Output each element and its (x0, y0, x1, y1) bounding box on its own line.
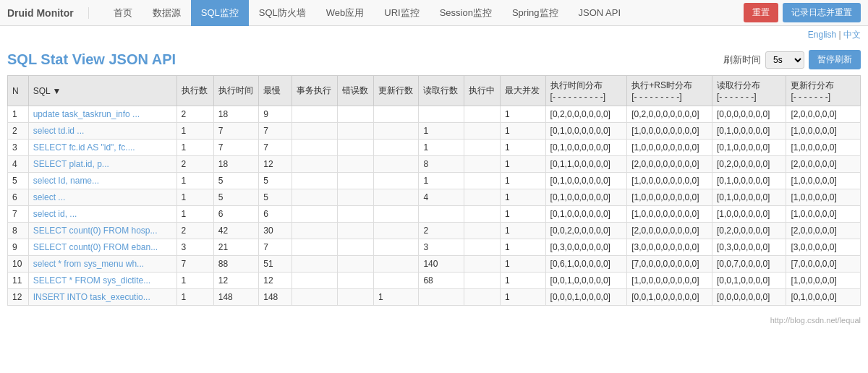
cell-read_rows: 1 (419, 123, 464, 140)
col-n: N (8, 76, 29, 106)
cell-update_row_dist: [3,0,0,0,0,0] (786, 239, 861, 256)
cell-sql[interactable]: select td.id ... (28, 123, 176, 140)
log-reset-button[interactable]: 记录日志并重置 (783, 3, 861, 22)
cell-exec_time_dist: [0,6,1,0,0,0,0,0] (545, 256, 627, 273)
nav-link-JSON API[interactable]: JSON API (569, 0, 631, 26)
cell-error_count (337, 156, 373, 173)
cell-exec_time: 18 (213, 106, 258, 123)
cell-exec_time: 5 (213, 189, 258, 206)
sql-link[interactable]: select ... (33, 192, 66, 202)
cell-slowest: 7 (259, 239, 292, 256)
cell-read_rows: 68 (419, 273, 464, 289)
cell-read_row_dist: [0,2,0,0,0,0,0] (712, 223, 786, 239)
table-row: 5select Id, name...15511[0,1,0,0,0,0,0,0… (8, 173, 861, 189)
cell-read_rows: 4 (419, 189, 464, 206)
cell-sql[interactable]: select id, ... (28, 206, 176, 223)
cell-sql[interactable]: select ... (28, 189, 176, 206)
cell-tx_exec (292, 173, 337, 189)
cell-tx_exec (292, 256, 337, 273)
cell-sql[interactable]: SELECT count(0) FROM eban... (28, 239, 176, 256)
reset-button[interactable]: 重置 (744, 3, 778, 22)
cell-read_row_dist: [0,0,0,0,0,0,0] (712, 106, 786, 123)
cell-n: 10 (8, 256, 29, 273)
cell-in_exec (464, 156, 500, 173)
nav-link-Web应用[interactable]: Web应用 (316, 0, 375, 26)
cell-update_row_dist: [1,0,0,0,0,0] (786, 123, 861, 140)
cell-sql[interactable]: SELECT fc.id AS "id", fc.... (28, 140, 176, 156)
cell-update_rows (373, 173, 418, 189)
cell-max_concurrent: 1 (501, 206, 545, 223)
refresh-select[interactable]: 5s10s30s60soff (765, 51, 804, 69)
cell-update_rows (373, 123, 418, 140)
cell-exec_count: 1 (176, 273, 213, 289)
pause-button[interactable]: 暂停刷新 (809, 50, 861, 69)
table-row: 8SELECT count(0) FROM hosp...2423021[0,0… (8, 223, 861, 239)
cell-exec_count: 1 (176, 140, 213, 156)
cell-sql[interactable]: SELECT * FROM sys_dictite... (28, 273, 176, 289)
cell-exec_time_dist: [0,1,0,0,0,0,0,0] (545, 140, 627, 156)
nav-link-SQL防火墙[interactable]: SQL防火墙 (249, 0, 316, 26)
cell-slowest: 148 (259, 289, 292, 306)
cell-update_row_dist: [2,0,0,0,0,0] (786, 223, 861, 239)
lang-english[interactable]: English (808, 30, 836, 40)
cell-read_rows: 140 (419, 256, 464, 273)
cell-update_row_dist: [2,0,0,0,0,0] (786, 156, 861, 173)
page-title-link[interactable]: View JSON API (72, 51, 176, 67)
cell-exec_time: 7 (213, 123, 258, 140)
cell-in_exec (464, 256, 500, 273)
cell-n: 11 (8, 273, 29, 289)
cell-sql[interactable]: INSERT INTO task_executio... (28, 289, 176, 306)
cell-read_rows: 2 (419, 223, 464, 239)
cell-slowest: 6 (259, 206, 292, 223)
nav-link-Spring监控[interactable]: Spring监控 (502, 0, 569, 26)
sql-link[interactable]: INSERT INTO task_executio... (33, 292, 150, 302)
col-sql[interactable]: SQL ▼ (28, 76, 176, 106)
sql-link[interactable]: SELECT * FROM sys_dictite... (33, 275, 151, 286)
cell-sql[interactable]: SELECT count(0) FROM hosp... (28, 223, 176, 239)
cell-in_exec (464, 289, 500, 306)
col-exec_rs_dist: 执行+RS时分布[- - - - - - - - -] (627, 76, 712, 106)
cell-read_row_dist: [0,3,0,0,0,0,0] (712, 239, 786, 256)
lang-chinese[interactable]: 中文 (843, 30, 861, 40)
cell-exec_rs_dist: [7,0,0,0,0,0,0,0,0] (627, 256, 712, 273)
sql-link[interactable]: SELECT plat.id, p... (33, 159, 109, 169)
cell-tx_exec (292, 189, 337, 206)
cell-exec_count: 1 (176, 123, 213, 140)
sql-link[interactable]: select id, ... (33, 209, 77, 219)
sql-link[interactable]: SELECT fc.id AS "id", fc.... (33, 142, 135, 153)
cell-update_rows (373, 223, 418, 239)
cell-in_exec (464, 189, 500, 206)
cell-update_rows: 1 (373, 289, 418, 306)
cell-exec_count: 2 (176, 106, 213, 123)
cell-sql[interactable]: select Id, name... (28, 173, 176, 189)
cell-slowest: 5 (259, 189, 292, 206)
cell-exec_time: 18 (213, 156, 258, 173)
sql-link[interactable]: select * from sys_menu wh... (33, 259, 144, 269)
cell-update_row_dist: [2,0,0,0,0,0] (786, 106, 861, 123)
table-row: 10select * from sys_menu wh...788511401[… (8, 256, 861, 273)
sql-link[interactable]: update task_taskrun_info ... (33, 109, 140, 119)
cell-sql[interactable]: SELECT plat.id, p... (28, 156, 176, 173)
nav-link-URI监控[interactable]: URI监控 (374, 0, 429, 26)
cell-exec_time: 42 (213, 223, 258, 239)
nav-actions: 重置 记录日志并重置 (744, 3, 861, 22)
nav-link-SQL监控[interactable]: SQL监控 (191, 0, 249, 26)
nav-link-数据源[interactable]: 数据源 (142, 0, 191, 26)
cell-n: 12 (8, 289, 29, 306)
page-header: SQL Stat View JSON API 刷新时间 5s10s30s60so… (0, 44, 868, 75)
sql-link[interactable]: select td.id ... (33, 126, 85, 136)
cell-n: 7 (8, 206, 29, 223)
sql-link[interactable]: SELECT count(0) FROM eban... (33, 242, 158, 252)
cell-error_count (337, 239, 373, 256)
sql-link[interactable]: select Id, name... (33, 176, 99, 186)
cell-error_count (337, 123, 373, 140)
cell-in_exec (464, 173, 500, 189)
nav-link-首页[interactable]: 首页 (103, 0, 142, 26)
sql-link[interactable]: SELECT count(0) FROM hosp... (33, 226, 158, 236)
table-row: 1update task_taskrun_info ...21891[0,2,0… (8, 106, 861, 123)
cell-sql[interactable]: update task_taskrun_info ... (28, 106, 176, 123)
cell-in_exec (464, 123, 500, 140)
nav-link-Session监控[interactable]: Session监控 (430, 0, 502, 26)
cell-sql[interactable]: select * from sys_menu wh... (28, 256, 176, 273)
cell-update_row_dist: [0,1,0,0,0,0] (786, 289, 861, 306)
